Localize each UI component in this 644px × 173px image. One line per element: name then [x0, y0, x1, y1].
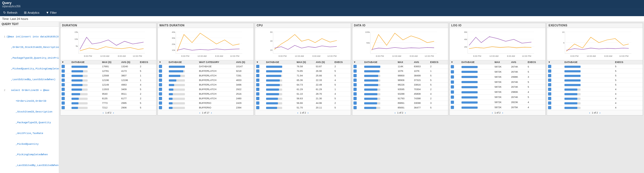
dataio-pagination: ‹ 1 of 2 › — [352, 110, 448, 115]
db-icon-cell — [450, 74, 460, 79]
duration-next[interactable]: › — [112, 111, 115, 114]
svg-text:100k: 100k — [365, 31, 370, 33]
waits-col-filter[interactable]: ▼ — [158, 60, 168, 64]
duration-col-filter[interactable]: ▼ — [60, 60, 70, 64]
execs-val: 5 — [527, 79, 545, 84]
filter-button[interactable]: ▼ Filter — [45, 10, 58, 15]
execs-val: 5 — [527, 69, 545, 74]
db-bar — [265, 101, 296, 105]
logio-col-max: MAX — [493, 60, 510, 64]
analytics-icon: ⊞ — [24, 11, 27, 15]
db-icon-cell — [547, 101, 563, 105]
svg-text:20: 20 — [270, 49, 273, 51]
category-val: DATABASE — [198, 64, 235, 69]
avg-val: 12196 — [120, 78, 139, 83]
max-val: 91793 — [397, 96, 413, 101]
executions-prev[interactable]: ‹ — [589, 111, 591, 114]
max-val: 71.94 — [296, 73, 315, 78]
progress-fill — [266, 70, 282, 72]
refresh-button[interactable]: ↻ Refresh — [2, 10, 19, 15]
svg-text:6M: 6M — [464, 31, 467, 33]
table-row: 56.66 44.96 2 — [255, 101, 351, 105]
execs-val: 5 — [614, 78, 643, 83]
db-bar — [460, 79, 493, 84]
db-icon — [62, 79, 65, 82]
progress-fill — [461, 66, 478, 68]
dataio-panel: DATA IO 100k 50k 6:00 PM 12:00 AM 6:00 A… — [352, 23, 448, 115]
table-row: DATABASE 10147 — [158, 64, 253, 69]
db-icon — [159, 74, 162, 77]
analytics-button[interactable]: ⊞ Analytics — [23, 10, 41, 15]
duration-col-avg: AVG (S) — [120, 60, 139, 64]
progress-fill — [461, 71, 478, 73]
table-row: BUFFERLATCH 4833 — [158, 78, 253, 83]
query-line: ,PickingCompletedWhen — [1, 153, 58, 156]
db-icon-cell — [255, 105, 265, 110]
max-val: 5872K — [493, 90, 510, 95]
waits-col-db: DATABASE — [168, 60, 198, 64]
table-row: BUFFERLATCH 2480 — [158, 96, 253, 101]
logio-next[interactable]: › — [502, 111, 504, 114]
db-icon — [62, 69, 65, 73]
max-val: 12781 — [101, 69, 120, 73]
table-row: 4 — [547, 105, 643, 110]
db-bar — [168, 73, 198, 78]
duration-prev[interactable]: ‹ — [102, 111, 104, 114]
table-row: 71.94 25.66 5 — [255, 73, 351, 78]
execs-val: 5 — [429, 105, 448, 110]
dataio-col-filter[interactable]: ▼ — [352, 60, 363, 64]
db-bar — [168, 69, 198, 73]
cpu-panel: CPU 60 40 20 6:00 PM 12:00 AM 6:00 AM — [255, 23, 351, 115]
progress-fill — [461, 76, 478, 78]
db-bar — [460, 84, 493, 90]
dataio-col-db: DATABASE — [363, 60, 396, 64]
table-row: 114K 83653 2 — [352, 64, 448, 69]
executions-pagination: ‹ 1 of 2 › — [547, 110, 643, 115]
db-icon-cell — [60, 105, 70, 110]
table-row: 98226 33816 5 — [352, 83, 448, 87]
db-bar — [265, 83, 296, 87]
avg-val: 45808 — [413, 92, 429, 96]
db-icon-cell — [352, 105, 363, 110]
table-row: 17681 13240 2 — [60, 64, 156, 69]
db-icon-cell — [60, 78, 70, 83]
executions-next[interactable]: › — [599, 111, 601, 114]
db-icon — [548, 65, 551, 68]
waits-prev[interactable]: ‹ — [199, 111, 201, 114]
logio-col-filter[interactable]: ▼ — [450, 60, 460, 64]
svg-text:5: 5 — [563, 42, 564, 44]
exec-col-filter[interactable]: ▼ — [547, 60, 563, 64]
max-val: 5872K — [493, 64, 510, 69]
avg-val: 2674K — [510, 95, 527, 100]
db-icon-cell — [60, 69, 70, 73]
dataio-prev[interactable]: ‹ — [394, 111, 396, 114]
waits-page: 1 of 17 — [202, 111, 209, 114]
table-row: 74.85 26.90 5 — [255, 69, 351, 73]
cpu-next[interactable]: › — [307, 111, 309, 114]
db-icon-cell — [352, 78, 363, 83]
execs-val: 4 — [333, 78, 351, 83]
cpu-col-filter[interactable]: ▼ — [255, 60, 265, 64]
db-icon-cell — [158, 83, 168, 87]
avg-val: 2394 — [235, 105, 253, 110]
cpu-prev[interactable]: ‹ — [297, 111, 299, 114]
execs-val: 4 — [614, 105, 643, 110]
table-row: 12196 12196 1 — [60, 78, 156, 83]
progress-fill — [71, 89, 82, 91]
progress-bg — [266, 93, 282, 95]
execs-val: 4 — [139, 83, 156, 87]
db-icon-cell — [158, 101, 168, 105]
waits-next[interactable]: › — [210, 111, 213, 114]
cpu-page: 1 of 2 — [300, 111, 306, 114]
avg-val: 2516 — [235, 92, 253, 96]
db-icon — [159, 65, 162, 68]
progress-fill — [169, 79, 177, 82]
svg-text:12:00 AM: 12:00 AM — [100, 55, 109, 57]
db-icon-cell — [158, 73, 168, 78]
dataio-next[interactable]: › — [404, 111, 406, 114]
progress-fill — [564, 75, 581, 77]
execs-val: 2 — [139, 92, 156, 96]
logio-prev[interactable]: ‹ — [491, 111, 493, 114]
svg-text:12:00 AM: 12:00 AM — [392, 55, 401, 57]
table-row: 5 — [547, 78, 643, 83]
